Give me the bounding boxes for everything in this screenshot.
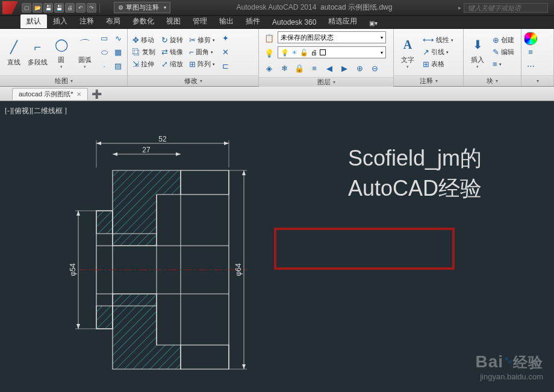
svg-marker-9 [176,152,181,156]
layer-current-combo[interactable]: 💡☀🔓🖨▾ [278,46,386,58]
explode-icon[interactable]: ✦ [219,32,232,45]
color-icon[interactable] [524,32,537,45]
layer-delete-icon[interactable]: ⊖ [368,61,381,75]
dimension-button[interactable]: ⟷线性▾ [420,34,456,46]
svg-marker-26 [76,324,80,329]
ribbon: ╱直线 ⌐多段线 ◯圆▾ ⌒圆弧▾ ▭ ∿ ⬭ ▦ · ▨ 绘图 [0,29,554,87]
line-button[interactable]: ╱直线 [2,36,25,68]
mirror-button[interactable]: ⇄镜像 [159,46,185,58]
panel-layers-title[interactable]: 图层 [259,77,393,87]
tab-manage[interactable]: 管理 [187,14,213,28]
workspace-selector[interactable]: 草图与注释▾ [114,2,170,13]
title-text: Autodesk AutoCAD 2014 autocad 示例图纸.dwg [170,2,458,13]
panel-modify: ✥移动 ⿻复制 ⇲拉伸 ↻旋转 ⇄镜像 ⤢缩放 ✂修剪▾ ⌐圆角▾ ⊞阵列▾ ✦… [128,29,259,86]
tab-a360[interactable]: Autodesk 360 [266,16,322,28]
undo-icon[interactable]: ↶ [76,3,86,13]
tab-annotate[interactable]: 注释 [73,14,100,28]
insert-block-button[interactable]: ⬇插入▾ [466,34,489,70]
tab-view[interactable]: 视图 [160,14,187,28]
tab-default[interactable]: 默认 [20,14,47,28]
file-tab-active[interactable]: autocad 示例图纸* ✕ [12,88,88,100]
panel-properties: ≡ ⋯ [521,29,554,86]
trim-button[interactable]: ✂修剪▾ [187,34,217,46]
create-block-button[interactable]: ⊕创建 [490,34,517,46]
text-button[interactable]: A文字▾ [396,34,419,70]
move-button[interactable]: ✥移动 [130,34,158,46]
scale-button[interactable]: ⤢缩放 [159,58,185,70]
panel-draw-title[interactable]: 绘图 [0,75,127,86]
svg-rect-12 [181,170,229,194]
region-icon[interactable]: ▨ [111,60,125,73]
title-bar: ▢ 📂 💾 💾 🖨 ↶ ↷ 草图与注释▾ Autodesk AutoCAD 20… [0,0,554,16]
plot-icon[interactable]: 🖨 [65,3,75,13]
layer-prev-icon[interactable]: ◀ [323,61,336,75]
edit-block-button[interactable]: ✎编辑 [490,46,517,58]
edit-attr-button[interactable]: ≡▾ [490,58,517,70]
circle-button[interactable]: ◯圆▾ [50,34,73,70]
panel-modify-title[interactable]: 修改 [128,75,258,86]
panel-block: ⬇插入▾ ⊕创建 ✎编辑 ≡▾ 块 [464,29,521,86]
spline-icon[interactable]: ∿ [111,32,125,45]
tab-insert[interactable]: 插入 [47,14,73,28]
svg-marker-25 [76,211,80,216]
tab-featured[interactable]: 精选应用 [322,14,363,28]
panel-props-title[interactable] [521,75,553,86]
autocad-logo-icon[interactable] [2,1,18,14]
svg-text:52: 52 [158,135,167,143]
svg-marker-4 [96,142,101,145]
quick-access-toolbar: ▢ 📂 💾 💾 🖨 ↶ ↷ [22,3,102,13]
new-tab-icon[interactable]: ➕ [92,89,102,99]
new-icon[interactable]: ▢ [22,3,31,13]
linetype-icon[interactable]: ⋯ [524,60,537,73]
layer-match-icon[interactable]: ≡ [308,61,321,75]
close-tab-icon[interactable]: ✕ [76,91,81,98]
layer-lock-icon[interactable]: 🔒 [293,61,306,75]
layer-iso-icon[interactable]: ◈ [263,61,276,75]
svg-marker-32 [242,364,246,369]
layer-freeze-icon[interactable]: ❄ [278,61,291,75]
open-icon[interactable]: 📂 [33,3,42,13]
lineweight-icon[interactable]: ≡ [524,46,537,59]
panel-draw: ╱直线 ⌐多段线 ◯圆▾ ⌒圆弧▾ ▭ ∿ ⬭ ▦ · ▨ 绘图 [0,29,128,86]
layer-off-icon[interactable]: 💡 [263,46,276,60]
array-button[interactable]: ⊞阵列▾ [187,58,217,70]
svg-rect-13 [181,345,229,369]
tab-parametric[interactable]: 参数化 [126,14,160,28]
search-input[interactable] [464,3,548,13]
tab-output[interactable]: 输出 [213,14,240,28]
saveas-icon[interactable]: 💾 [54,3,64,13]
arc-button[interactable]: ⌒圆弧▾ [74,34,97,70]
erase-icon[interactable]: ✕ [219,46,232,59]
layer-state-combo[interactable]: 未保存的图层状态▾ [278,31,386,43]
tab-expand-icon[interactable]: ▣▾ [363,18,384,28]
polyline-button[interactable]: ⌐多段线 [26,36,49,68]
panel-block-title[interactable]: 块 [464,75,521,86]
stretch-button[interactable]: ⇲拉伸 [130,58,158,70]
rect-icon[interactable]: ▭ [98,32,111,45]
layer-merge-icon[interactable]: ⊕ [353,61,366,75]
layer-props-icon[interactable]: 📋 [263,31,276,45]
ellipse-icon[interactable]: ⬭ [98,46,111,59]
svg-marker-8 [113,152,117,156]
table-button[interactable]: ⊞表格 [420,58,456,70]
point-icon[interactable]: · [98,60,111,73]
canvas-text-annotation: Scofield_jm的 AutoCAD经验 [348,143,482,204]
fillet-button[interactable]: ⌐圆角▾ [187,46,217,58]
copy-button[interactable]: ⿻复制 [130,46,158,58]
panel-annotation: A文字▾ ⟷线性▾ ↗引线▾ ⊞表格 注释 [394,29,464,86]
leader-button[interactable]: ↗引线▾ [420,46,456,58]
svg-text:φ54: φ54 [69,263,77,276]
tab-layout[interactable]: 布局 [100,14,126,28]
hatch-icon[interactable]: ▦ [111,46,125,59]
redo-icon[interactable]: ↷ [87,3,96,13]
highlight-box [274,228,455,270]
offset-icon[interactable]: ⊏ [219,60,232,73]
drawing-canvas[interactable]: [-][俯视][二维线框 ] 52 27 [0,101,554,392]
ribbon-tabs: 默认 插入 注释 布局 参数化 视图 管理 输出 插件 Autodesk 360… [0,16,554,29]
panel-annotation-title[interactable]: 注释 [394,75,463,86]
save-icon[interactable]: 💾 [43,3,53,13]
file-tabs: autocad 示例图纸* ✕ ➕ [0,87,554,101]
rotate-button[interactable]: ↻旋转 [159,34,185,46]
layer-walk-icon[interactable]: ▶ [338,61,351,75]
tab-plugins[interactable]: 插件 [240,14,266,28]
